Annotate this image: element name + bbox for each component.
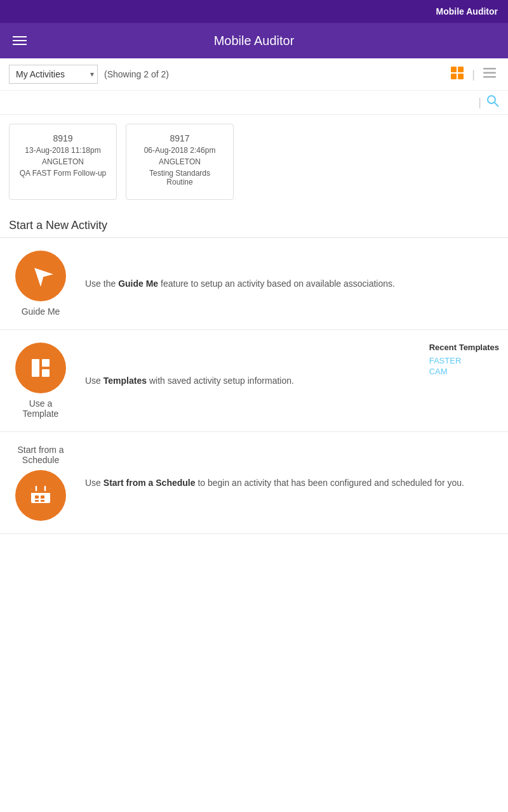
search-row: | — [0, 91, 508, 115]
guide-me-label: Guide Me — [22, 306, 60, 317]
svg-rect-15 — [31, 491, 50, 493]
card-date: 13-Aug-2018 11:18pm — [25, 146, 100, 155]
header: Mobile Auditor — [0, 23, 508, 58]
guide-me-icon — [27, 262, 55, 290]
top-bar: Mobile Auditor — [0, 0, 508, 23]
svg-rect-4 — [483, 68, 496, 70]
activity-count: (Showing 2 of 2) — [104, 69, 169, 79]
activity-cards-container: 8919 13-Aug-2018 11:18pm ANGLETON QA FAS… — [0, 115, 508, 209]
svg-rect-18 — [35, 495, 39, 499]
card-name: QA FAST Form Follow-up — [20, 169, 106, 178]
guide-me-description: Use the Guide Me feature to setup an act… — [85, 278, 499, 289]
svg-rect-2 — [451, 74, 457, 79]
start-schedule-row: Start from aSchedule Use Start from a Sc… — [0, 432, 508, 534]
svg-rect-6 — [483, 76, 496, 78]
use-template-circle — [15, 343, 66, 393]
svg-rect-10 — [32, 359, 39, 377]
recent-template-cam[interactable]: CAM — [429, 367, 499, 376]
activity-card[interactable]: 8917 06-Aug-2018 2:46pm ANGLETON Testing… — [126, 124, 234, 200]
use-template-row: Use aTemplate Use Templates with saved a… — [0, 330, 508, 432]
svg-rect-21 — [41, 500, 44, 502]
svg-marker-9 — [28, 262, 53, 287]
svg-rect-19 — [41, 495, 44, 499]
svg-rect-12 — [42, 369, 50, 377]
view-divider: | — [472, 68, 475, 81]
grid-icon — [450, 66, 464, 80]
guide-me-row: Guide Me Use the Guide Me feature to set… — [0, 238, 508, 330]
view-toggle-group: | — [448, 65, 499, 84]
start-schedule-circle — [15, 470, 66, 521]
hamburger-menu-button[interactable] — [10, 34, 29, 48]
list-icon — [483, 66, 497, 80]
guide-me-circle — [15, 251, 66, 301]
svg-rect-20 — [35, 500, 39, 502]
guide-me-desc-bold: Guide Me — [118, 278, 158, 289]
start-schedule-top-label: Start from aSchedule — [17, 445, 64, 465]
recent-template-faster[interactable]: FASTER — [429, 356, 499, 365]
filter-bar: My Activities All Activities ▾ (Showing … — [0, 58, 508, 91]
svg-rect-1 — [458, 67, 464, 72]
list-view-button[interactable] — [480, 65, 499, 84]
card-location: ANGLETON — [159, 157, 201, 166]
svg-rect-5 — [483, 72, 496, 74]
start-schedule-description: Use Start from a Schedule to begin an ac… — [85, 478, 499, 488]
activity-filter-wrapper: My Activities All Activities ▾ — [9, 65, 98, 84]
use-template-label: Use aTemplate — [23, 398, 59, 419]
guide-me-button[interactable]: Guide Me — [9, 251, 72, 317]
svg-rect-0 — [451, 67, 457, 72]
grid-view-button[interactable] — [448, 65, 467, 84]
svg-line-8 — [495, 103, 498, 107]
use-template-button[interactable]: Use aTemplate — [9, 343, 72, 419]
recent-templates-title: Recent Templates — [429, 343, 499, 352]
svg-rect-3 — [458, 74, 464, 79]
search-row-divider: | — [478, 96, 481, 109]
card-name: Testing Standards Routine — [135, 169, 224, 187]
search-icon — [486, 95, 499, 107]
search-button[interactable] — [486, 95, 499, 110]
svg-rect-11 — [42, 359, 50, 367]
card-id: 8919 — [53, 133, 72, 143]
use-template-icon — [27, 354, 55, 382]
card-date: 06-Aug-2018 2:46pm — [144, 146, 216, 155]
start-new-heading: Start a New Activity — [0, 209, 508, 237]
activity-filter-select[interactable]: My Activities All Activities — [9, 65, 98, 84]
top-bar-title: Mobile Auditor — [436, 6, 498, 16]
start-schedule-desc-bold: Start from a Schedule — [104, 478, 196, 488]
card-id: 8917 — [170, 133, 189, 143]
use-template-desc-bold: Templates — [104, 376, 147, 386]
card-location: ANGLETON — [42, 157, 84, 166]
header-title: Mobile Auditor — [214, 34, 295, 48]
svg-point-7 — [488, 96, 495, 103]
start-schedule-button[interactable]: Start from aSchedule — [9, 445, 72, 521]
activity-card[interactable]: 8919 13-Aug-2018 11:18pm ANGLETON QA FAS… — [9, 124, 117, 200]
recent-templates-panel: Recent Templates FASTER CAM — [429, 343, 499, 377]
start-schedule-icon — [27, 481, 55, 509]
